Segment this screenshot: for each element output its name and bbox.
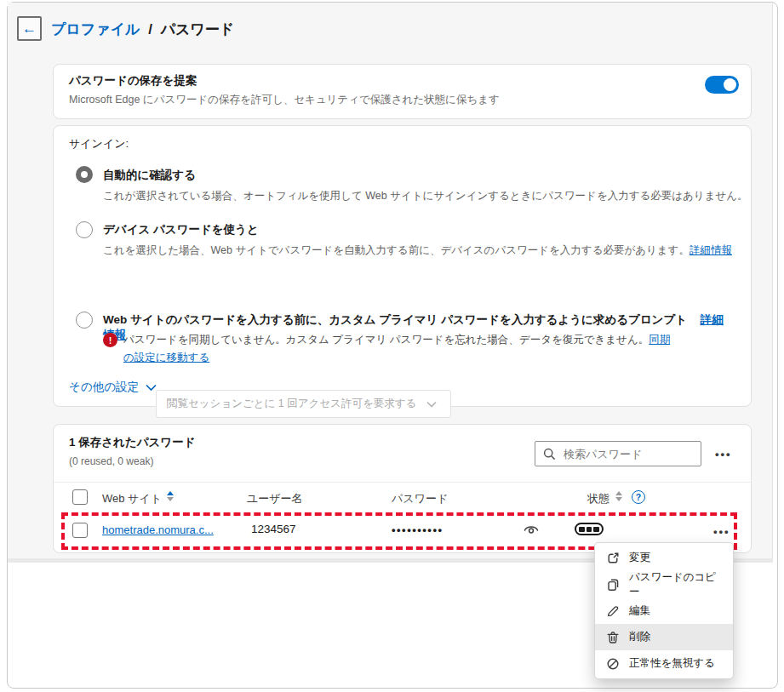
radio-auto-confirm-description: これが選択されている場合、オートフィルを使用して Web サイトにサインインする… — [103, 189, 748, 203]
signin-card: サインイン: 自動的に確認する これが選択されている場合、オートフィルを使用して… — [53, 125, 752, 407]
radio-primary-password[interactable] — [76, 312, 93, 329]
breadcrumb-profile[interactable]: プロファイル — [51, 21, 140, 37]
chevron-down-icon — [146, 380, 159, 394]
show-password-eye-icon[interactable] — [523, 521, 540, 536]
menu-item-copy-password[interactable]: パスワードのコピー — [595, 571, 733, 598]
column-header-status[interactable]: 状態 — [587, 491, 609, 506]
dropdown-selected-value: 閲覧セッションごとに 1 回アクセス許可を要求する — [167, 397, 416, 411]
column-header-username: ユーザー名 — [247, 491, 303, 506]
passwords-more-actions-button[interactable]: ••• — [715, 448, 732, 460]
sort-website-icon[interactable] — [167, 491, 174, 501]
chevron-down-icon — [426, 397, 440, 411]
menu-item-ignore-health-label: 正常性を無視する — [629, 656, 715, 671]
radio-device-password[interactable] — [76, 221, 93, 238]
password-health-indicator — [575, 523, 604, 535]
menu-item-ignore-health[interactable]: 正常性を無視する — [595, 650, 733, 677]
back-button[interactable]: ← — [17, 16, 42, 41]
select-all-checkbox[interactable] — [72, 489, 88, 505]
sync-warning-text: パスワードを同期していません。カスタム プライマリ パスワードを忘れた場合、デー… — [123, 334, 649, 346]
radio-auto-confirm[interactable] — [76, 166, 93, 183]
signin-label: サインイン: — [69, 136, 129, 152]
column-header-password: パスワード — [392, 491, 448, 506]
more-settings-label: その他の設定 — [69, 380, 139, 395]
device-password-description-text: これを選択した場合、Web サイトでパスワードを自動入力する前に、デバイスのパス… — [103, 244, 690, 256]
trash-icon — [606, 631, 620, 644]
row-username: 1234567 — [251, 523, 296, 535]
search-icon — [543, 447, 557, 460]
open-external-icon — [606, 552, 620, 565]
row-password-masked: •••••••••• — [392, 523, 444, 536]
save-passwords-description: Microsoft Edge にパスワードの保存を許可し、セキュリティで保護され… — [69, 93, 500, 107]
menu-item-edit-label: 編集 — [629, 603, 650, 618]
sync-warning-icon: ! — [103, 333, 117, 347]
more-settings-link[interactable]: その他の設定 — [69, 380, 159, 395]
row-more-actions-button[interactable]: ••• — [713, 525, 730, 538]
copy-icon — [606, 578, 620, 592]
sort-status-icon[interactable] — [615, 491, 622, 501]
row-context-menu: 変更 パスワードのコピー 編集 削除 — [594, 542, 734, 679]
breadcrumb-separator: / — [144, 21, 157, 37]
radio-device-password-description: これを選択した場合、Web サイトでパスワードを自動入力する前に、デバイスのパス… — [103, 243, 732, 258]
device-password-learn-more-link[interactable]: 詳細情報 — [690, 244, 732, 256]
saved-passwords-title: 1 保存されたパスワード — [69, 435, 195, 450]
radio-auto-confirm-label: 自動的に確認する — [103, 168, 196, 183]
password-search-input[interactable] — [564, 448, 691, 460]
permission-frequency-dropdown[interactable]: 閲覧セッションごとに 1 回アクセス許可を要求する — [156, 390, 451, 418]
toggle-knob — [724, 78, 736, 91]
save-passwords-toggle[interactable] — [705, 76, 739, 94]
password-search-box — [535, 441, 701, 466]
column-header-website[interactable]: Web サイト — [102, 491, 162, 506]
row-checkbox[interactable] — [72, 523, 88, 538]
status-help-icon[interactable]: ? — [632, 490, 645, 504]
menu-item-edit[interactable]: 編集 — [595, 598, 733, 624]
block-icon — [606, 657, 620, 671]
back-arrow-icon: ← — [22, 20, 37, 37]
save-passwords-card: パスワードの保存を提案 Microsoft Edge にパスワードの保存を許可し… — [53, 64, 752, 119]
menu-item-delete-label: 削除 — [629, 630, 650, 644]
save-passwords-title: パスワードの保存を提案 — [69, 73, 197, 89]
sync-warning-message: パスワードを同期していません。カスタム プライマリ パスワードを忘れた場合、デー… — [123, 331, 672, 367]
table-header-divider — [54, 482, 751, 483]
menu-item-change[interactable]: 変更 — [595, 545, 733, 571]
breadcrumb: プロファイル / パスワード — [51, 20, 234, 39]
breadcrumb-current: パスワード — [161, 21, 235, 37]
edit-pencil-icon — [606, 604, 620, 618]
primary-password-label-text: Web サイトのパスワードを入力する前に、カスタム プライマリ パスワードを入力… — [103, 313, 687, 326]
menu-item-delete[interactable]: 削除 — [595, 624, 733, 650]
menu-item-copy-password-label: パスワードのコピー — [629, 570, 722, 599]
row-website-link[interactable]: hometrade.nomura.c... — [102, 523, 214, 536]
radio-device-password-label: デバイス パスワードを使うと — [103, 222, 259, 237]
saved-passwords-subtitle: (0 reused, 0 weak) — [69, 455, 153, 467]
menu-item-change-label: 変更 — [629, 551, 650, 565]
